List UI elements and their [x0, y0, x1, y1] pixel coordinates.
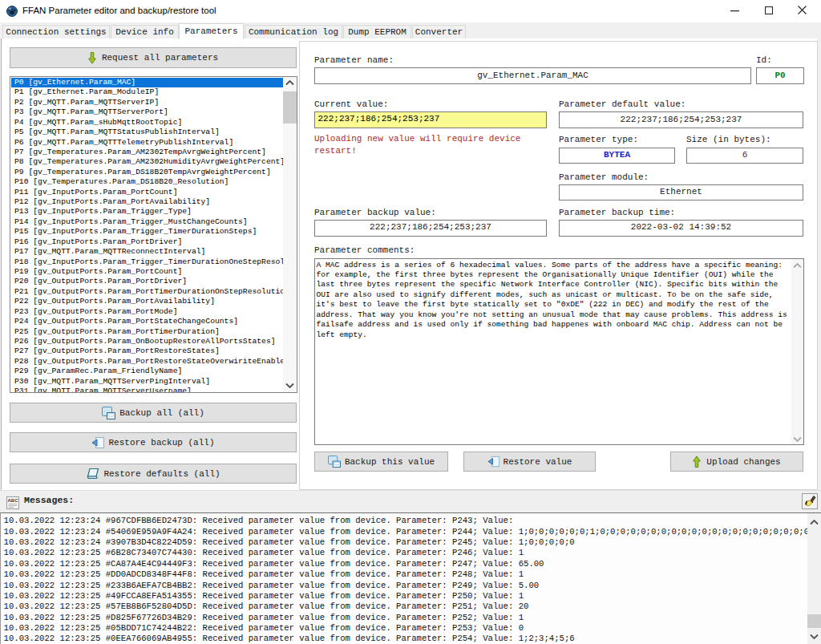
svg-text:ABC: ABC — [8, 498, 19, 503]
